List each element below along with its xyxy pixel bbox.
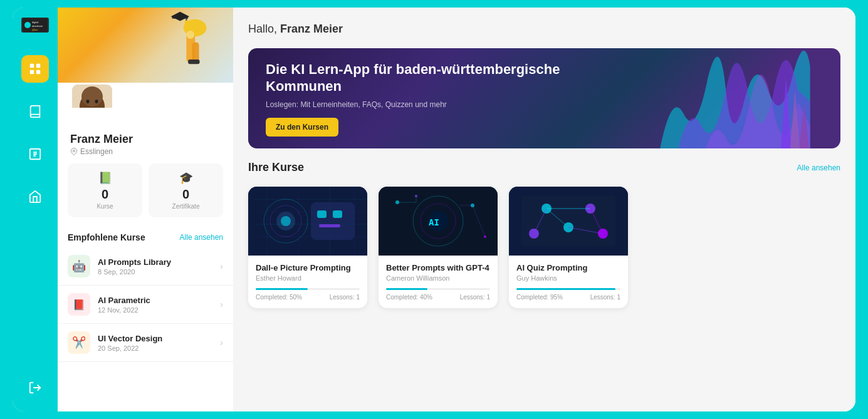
sidebar: digital akademie @bw	[13, 8, 58, 411]
certificates-icon: 🎓	[156, 171, 216, 185]
avatar	[70, 83, 114, 108]
svg-rect-6	[36, 64, 40, 68]
svg-rect-40	[311, 202, 355, 240]
card-footer-gpt4: Completed: 40% Lessons: 1	[386, 294, 490, 301]
completed-label-quiz: Completed: 95%	[516, 294, 563, 301]
location-icon	[70, 148, 78, 155]
chevron-right-icon: ›	[220, 261, 223, 271]
courses-link[interactable]: Alle ansehen	[797, 163, 840, 172]
course-date-prompts: 8 Sep, 2020	[98, 268, 212, 276]
progress-fill-gpt4	[386, 288, 427, 290]
course-date-vector: 20 Sep, 2022	[98, 344, 212, 352]
svg-rect-42	[333, 210, 342, 218]
svg-point-31	[281, 216, 291, 226]
courses-count: 0	[75, 187, 135, 202]
sidebar-item-courses[interactable]	[21, 98, 49, 125]
course-name-parametric: AI Parametric	[98, 296, 212, 305]
profile-name: Franz Meier	[70, 133, 221, 146]
svg-rect-7	[30, 70, 34, 74]
app-container: digital akademie @bw	[13, 8, 855, 411]
recommended-link[interactable]: Alle ansehen	[180, 233, 223, 242]
sidebar-item-quiz[interactable]	[21, 140, 49, 168]
course-icon-prompts: 🤖	[68, 255, 90, 277]
card-author-dall-e: Esther Howard	[256, 274, 360, 282]
progress-bar-gpt4	[386, 288, 490, 290]
svg-rect-8	[36, 70, 40, 74]
card-thumbnail-gpt4: AI	[379, 187, 498, 256]
svg-text:digital: digital	[32, 21, 39, 24]
svg-point-26	[73, 150, 75, 152]
course-date-parametric: 12 Nov, 2022	[98, 306, 212, 314]
stats-row: 📗 0 Kurse 🎓 0 Zertifikate	[58, 163, 233, 227]
card-thumbnail-quiz	[509, 187, 628, 256]
card-author-gpt4: Cameron Williamson	[386, 274, 490, 282]
svg-rect-43	[319, 224, 340, 227]
recommended-course-list: 🤖 AI Prompts Library 8 Sep, 2020 › 📕 AI …	[58, 247, 233, 411]
logo: digital akademie @bw	[20, 18, 50, 38]
card-body-quiz: AI Quiz Prompting Guy Hawkins Completed:…	[509, 256, 628, 308]
list-item[interactable]: ✂️ UI Vector Design 20 Sep, 2022 ›	[58, 324, 233, 362]
completed-label-gpt4: Completed: 40%	[386, 294, 432, 301]
greeting-prefix: Hallo,	[248, 23, 280, 35]
logo-image: digital akademie @bw	[21, 18, 49, 33]
hero-decoration	[574, 48, 840, 148]
thumbnail-svg	[248, 187, 367, 256]
card-footer-quiz: Completed: 95% Lessons: 1	[516, 294, 620, 301]
svg-point-14	[186, 31, 194, 39]
recommended-title: Empfohlene Kurse	[68, 232, 145, 242]
list-item[interactable]: 🤖 AI Prompts Library 8 Sep, 2020 ›	[58, 247, 233, 286]
svg-text:AI: AI	[429, 217, 439, 227]
svg-text:@bw: @bw	[32, 28, 38, 31]
svg-point-23	[86, 100, 90, 103]
svg-point-24	[95, 100, 98, 103]
sidebar-item-library[interactable]	[21, 183, 49, 210]
profile-banner	[58, 8, 233, 83]
certificates-label: Zertifikate	[156, 203, 216, 210]
course-card-dall-e[interactable]: Dall-e Picture Prompting Esther Howard C…	[248, 187, 367, 308]
sidebar-item-home[interactable]	[21, 55, 49, 83]
hero-title: Die KI Lern-App für baden-württembergisc…	[266, 61, 572, 95]
profile-header	[58, 8, 233, 108]
course-card-gpt4[interactable]: AI Better Prompts with GPT-4 Cameron Wil…	[379, 187, 498, 308]
hero-wave-svg	[587, 48, 840, 148]
banner-decoration	[152, 8, 227, 83]
courses-section-header: Ihre Kurse Alle ansehen	[248, 161, 840, 174]
course-name-vector: UI Vector Design	[98, 334, 212, 343]
list-item[interactable]: 📕 AI Parametric 12 Nov, 2022 ›	[58, 286, 233, 324]
greeting: Hallo, Franz Meier	[248, 23, 840, 36]
stat-courses: 📗 0 Kurse	[68, 163, 142, 217]
progress-fill-dall-e	[256, 288, 308, 290]
chevron-right-icon: ›	[220, 299, 223, 309]
course-info-vector: UI Vector Design 20 Sep, 2022	[98, 334, 212, 352]
card-footer-dall-e: Completed: 50% Lessons: 1	[256, 294, 360, 301]
sidebar-item-logout[interactable]	[21, 374, 49, 401]
course-icon-vector: ✂️	[68, 331, 90, 354]
completed-label-dall-e: Completed: 50%	[256, 294, 302, 301]
svg-point-22	[81, 86, 103, 106]
card-author-quiz: Guy Hawkins	[516, 274, 620, 282]
thumbnail-svg-quiz	[509, 187, 628, 256]
svg-rect-58	[521, 196, 615, 246]
hero-cta-button[interactable]: Zu den Kursen	[266, 118, 338, 137]
course-card-quiz[interactable]: AI Quiz Prompting Guy Hawkins Completed:…	[509, 187, 628, 308]
recommended-header: Empfohlene Kurse Alle ansehen	[58, 227, 233, 247]
courses-label: Kurse	[75, 203, 135, 210]
courses-grid: Dall-e Picture Prompting Esther Howard C…	[248, 187, 840, 308]
course-icon-parametric: 📕	[68, 293, 90, 316]
svg-point-1	[24, 22, 31, 28]
main-content: Hallo, Franz Meier Die KI Lern-App für b…	[233, 8, 855, 411]
course-info-parametric: AI Parametric 12 Nov, 2022	[98, 296, 212, 314]
svg-rect-5	[30, 64, 34, 68]
hero-banner: Die KI Lern-App für baden-württembergisc…	[248, 48, 840, 148]
progress-fill-quiz	[516, 288, 615, 290]
svg-rect-41	[317, 210, 327, 218]
lessons-label-quiz: Lessons: 1	[590, 294, 620, 301]
card-thumbnail-dall-e	[248, 187, 367, 256]
card-title-gpt4: Better Prompts with GPT-4	[386, 263, 490, 272]
stat-certificates: 🎓 0 Zertifikate	[149, 163, 223, 217]
chevron-right-icon: ›	[220, 338, 223, 348]
lessons-label-dall-e: Lessons: 1	[330, 294, 360, 301]
svg-text:akademie: akademie	[32, 24, 43, 28]
courses-icon: 📗	[75, 171, 135, 185]
hero-content: Die KI Lern-App für baden-württembergisc…	[266, 61, 572, 137]
